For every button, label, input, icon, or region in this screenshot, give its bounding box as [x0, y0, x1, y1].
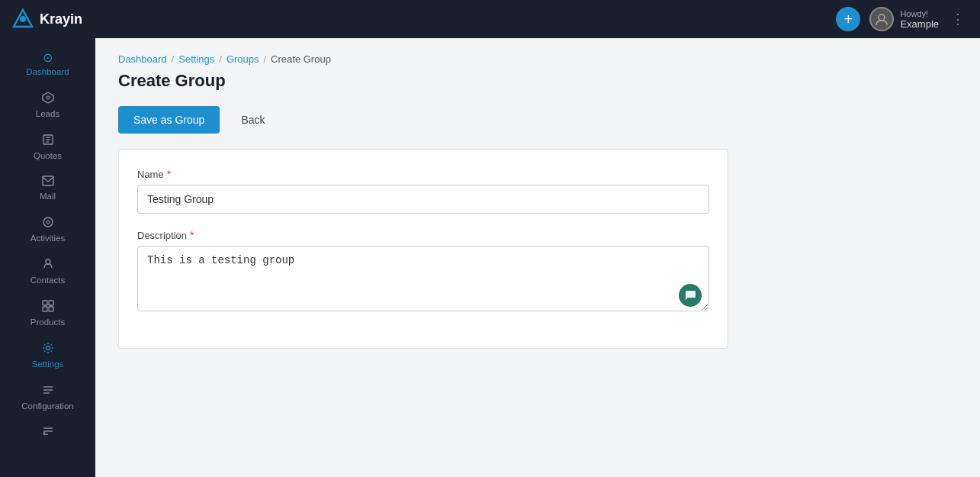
chat-icon — [679, 284, 702, 307]
breadcrumb-settings[interactable]: Settings — [178, 53, 214, 65]
breadcrumb: Dashboard / Settings / Groups / Create G… — [118, 53, 957, 65]
avatar — [869, 7, 894, 31]
contacts-icon — [42, 258, 54, 272]
user-name: Example — [900, 18, 939, 30]
sidebar-label-contacts: Contacts — [31, 276, 65, 285]
settings-icon — [42, 342, 54, 356]
description-label: Description * — [137, 229, 709, 241]
name-label-text: Name — [137, 169, 164, 180]
sidebar-item-settings[interactable]: Settings — [0, 334, 95, 376]
description-textarea[interactable]: This is a testing group — [137, 246, 709, 311]
name-input[interactable] — [137, 185, 709, 214]
user-info: Howdy! Example — [900, 9, 939, 30]
sidebar-item-products[interactable]: Products — [0, 292, 95, 334]
svg-point-2 — [879, 15, 885, 21]
svg-rect-16 — [49, 307, 53, 311]
mail-icon — [42, 176, 54, 189]
sidebar-item-contacts[interactable]: Contacts — [0, 250, 95, 292]
save-as-group-button[interactable]: Save as Group — [118, 106, 220, 134]
svg-marker-3 — [43, 92, 53, 103]
sidebar: ⊙ Dashboard Leads Quotes — [0, 38, 95, 477]
sidebar-label-settings: Settings — [32, 359, 64, 369]
sidebar-item-activities[interactable]: Activities — [0, 208, 95, 250]
sidebar-label-activities: Activities — [31, 234, 65, 243]
form-card: Name * Description * This is a testing g… — [118, 149, 728, 349]
sidebar-item-quotes[interactable]: Quotes — [0, 126, 95, 168]
svg-point-17 — [46, 346, 50, 350]
add-button[interactable]: + — [836, 7, 860, 31]
more-options-icon[interactable]: ⋮ — [948, 8, 968, 31]
svg-point-4 — [47, 96, 50, 99]
sidebar-item-leads[interactable]: Leads — [0, 84, 95, 126]
krayin-logo-icon — [12, 8, 34, 30]
breadcrumb-current: Create Group — [271, 53, 331, 65]
content-area: Dashboard / Settings / Groups / Create G… — [95, 38, 980, 477]
sidebar-label-quotes: Quotes — [34, 151, 62, 160]
action-bar: Save as Group Back — [118, 106, 957, 134]
configuration-icon — [42, 384, 54, 398]
sidebar-label-products: Products — [31, 317, 65, 327]
activities-icon — [42, 216, 54, 230]
sidebar-label-leads: Leads — [36, 109, 59, 118]
description-label-text: Description — [137, 230, 187, 241]
main-layout: ⊙ Dashboard Leads Quotes — [0, 38, 980, 477]
app-name: Krayin — [40, 11, 82, 27]
extra-icon — [42, 426, 54, 438]
dashboard-icon: ⊙ — [43, 52, 53, 64]
breadcrumb-sep-1: / — [172, 53, 175, 65]
sidebar-item-dashboard[interactable]: ⊙ Dashboard — [0, 44, 95, 84]
name-field-group: Name * — [137, 168, 709, 214]
sidebar-label-configuration: Configuration — [21, 401, 73, 411]
user-area[interactable]: Howdy! Example — [869, 7, 939, 31]
svg-point-11 — [47, 221, 50, 224]
sidebar-item-mail[interactable]: Mail — [0, 168, 95, 208]
name-label: Name * — [137, 168, 709, 180]
products-icon — [42, 300, 54, 314]
svg-rect-14 — [49, 301, 53, 305]
top-header: Krayin + Howdy! Example ⋮ — [0, 0, 980, 38]
svg-rect-9 — [43, 176, 53, 185]
logo-area: Krayin — [12, 8, 82, 30]
textarea-wrapper: This is a testing group — [137, 246, 709, 314]
user-greeting: Howdy! — [900, 9, 939, 18]
page-title: Create Group — [118, 71, 957, 91]
svg-point-12 — [46, 259, 50, 264]
leads-icon — [42, 92, 54, 106]
description-field-group: Description * This is a testing group — [137, 229, 709, 314]
svg-point-10 — [43, 218, 53, 227]
svg-rect-15 — [43, 307, 47, 311]
sidebar-label-dashboard: Dashboard — [26, 67, 69, 76]
breadcrumb-groups[interactable]: Groups — [227, 53, 259, 65]
description-required-star: * — [190, 229, 194, 241]
sidebar-item-configuration[interactable]: Configuration — [0, 376, 95, 418]
quotes-icon — [42, 134, 54, 148]
breadcrumb-sep-3: / — [263, 53, 266, 65]
sidebar-label-mail: Mail — [40, 192, 56, 201]
breadcrumb-dashboard[interactable]: Dashboard — [118, 53, 167, 65]
back-button[interactable]: Back — [229, 106, 277, 134]
svg-point-1 — [20, 16, 26, 22]
sidebar-item-extra[interactable] — [0, 418, 95, 446]
breadcrumb-sep-2: / — [219, 53, 222, 65]
svg-rect-13 — [43, 301, 47, 305]
name-required-star: * — [167, 168, 171, 180]
header-right: + Howdy! Example ⋮ — [836, 7, 968, 31]
